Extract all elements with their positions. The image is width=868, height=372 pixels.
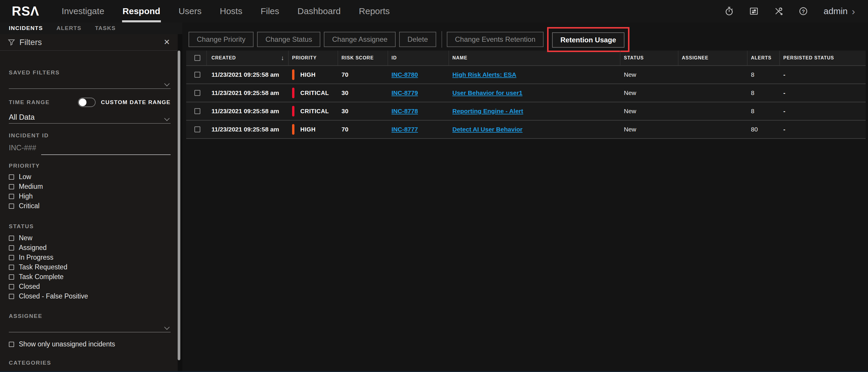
column-label: NAME: [453, 55, 467, 61]
checkbox[interactable]: [9, 294, 14, 299]
checkbox[interactable]: [9, 255, 14, 260]
column-header-id[interactable]: ID: [388, 51, 449, 65]
checkbox[interactable]: [9, 274, 14, 280]
user-menu[interactable]: admin ›: [824, 6, 855, 17]
priority-pill: [292, 88, 294, 98]
checkbox[interactable]: [9, 342, 14, 347]
incident-name-link[interactable]: Detect AI User Behavior: [453, 126, 522, 133]
incident-row[interactable]: 11/23/2021 09:25:58 amCRITICAL30INC-8778…: [186, 102, 866, 121]
column-header-assignee[interactable]: ASSIGNEE: [678, 51, 747, 65]
status-option-in-progress[interactable]: In Progress: [9, 253, 170, 262]
nav-item-hosts[interactable]: Hosts: [219, 0, 243, 22]
nav-item-reports[interactable]: Reports: [358, 0, 390, 22]
tab-tasks[interactable]: TASKS: [95, 25, 116, 31]
select-cell: [186, 121, 207, 138]
column-label: ASSIGNEE: [682, 55, 709, 61]
incident-name-link[interactable]: High Risk Alerts: ESA: [453, 71, 516, 78]
show-only-unassigned-checkbox[interactable]: Show only unassigned incidents: [9, 339, 170, 349]
close-icon[interactable]: ✕: [163, 38, 170, 47]
column-header-alerts[interactable]: ALERTS: [747, 51, 780, 65]
column-header-name[interactable]: NAME: [449, 51, 620, 65]
nav-item-dashboard[interactable]: Dashboard: [297, 0, 341, 22]
assignee-cell: [678, 102, 747, 120]
status-cell: New: [620, 66, 678, 84]
priority-option-high[interactable]: High: [9, 191, 170, 201]
row-checkbox[interactable]: [194, 126, 200, 132]
checkbox[interactable]: [9, 245, 14, 251]
incident-name-link[interactable]: Reporting Engine - Alert: [453, 107, 523, 115]
filters-scrollbar[interactable]: [178, 51, 180, 360]
assignee-select[interactable]: [9, 319, 170, 332]
row-checkbox[interactable]: [194, 108, 200, 114]
status-option-task-complete[interactable]: Task Complete: [9, 272, 170, 282]
preferences-icon[interactable]: [749, 6, 759, 16]
column-header-persisted-status[interactable]: PERSISTED STATUS: [780, 51, 866, 65]
nav-item-investigate[interactable]: Investigate: [61, 0, 105, 22]
chevron-down-icon: [164, 116, 169, 121]
incident-id-link[interactable]: INC-8780: [392, 71, 418, 78]
time-range-select[interactable]: All Data: [9, 111, 170, 124]
time-range-label: TIME RANGE: [9, 99, 50, 105]
priority-section: PRIORITY LowMediumHighCritical: [9, 163, 170, 211]
persisted-status-cell: -: [780, 84, 866, 102]
tab-incidents[interactable]: INCIDENTS: [9, 25, 43, 31]
column-label: RISK SCORE: [341, 55, 374, 61]
priority-option-medium[interactable]: Medium: [9, 182, 170, 191]
status-option-closed-false-positive[interactable]: Closed - False Positive: [9, 291, 170, 301]
checkbox[interactable]: [9, 184, 14, 189]
incident-id-link[interactable]: INC-8778: [392, 107, 418, 115]
checkbox[interactable]: [9, 175, 14, 180]
nav-item-users[interactable]: Users: [178, 0, 202, 22]
id-cell: INC-8778: [388, 102, 449, 120]
row-checkbox[interactable]: [194, 90, 200, 96]
column-header-status[interactable]: STATUS: [620, 51, 678, 65]
tools-icon[interactable]: [774, 6, 783, 16]
priority-cell: CRITICAL: [288, 84, 338, 102]
nav-item-respond[interactable]: Respond: [122, 0, 161, 22]
saved-filters-select[interactable]: [9, 76, 170, 89]
created-cell: 11/23/2021 09:25:58 am: [207, 66, 288, 84]
option-label: Task Complete: [19, 273, 64, 281]
incident-name-link[interactable]: User Behavior for user1: [453, 89, 522, 96]
incident-row[interactable]: 11/23/2021 09:25:58 amHIGH70INC-8780High…: [186, 66, 866, 84]
change-priority-button[interactable]: Change Priority: [189, 32, 253, 47]
status-option-closed[interactable]: Closed: [9, 282, 170, 291]
column-header-risk-score[interactable]: RISK SCORE: [338, 51, 388, 65]
priority-option-low[interactable]: Low: [9, 172, 170, 182]
row-checkbox[interactable]: [194, 72, 200, 78]
help-icon[interactable]: ?: [798, 6, 808, 16]
status-option-new[interactable]: New: [9, 233, 170, 243]
custom-date-range-toggle[interactable]: [78, 98, 96, 107]
alerts-value: 8: [751, 89, 754, 96]
retention-usage-button[interactable]: Retention Usage: [552, 32, 624, 48]
status-option-assigned[interactable]: Assigned: [9, 243, 170, 253]
toolbar-divider: [441, 31, 442, 48]
checkbox[interactable]: [9, 236, 14, 241]
priority-option-critical[interactable]: Critical: [9, 201, 170, 211]
change-status-button[interactable]: Change Status: [257, 32, 320, 47]
incident-id-link[interactable]: INC-8777: [392, 126, 418, 133]
timer-icon[interactable]: [724, 6, 734, 16]
alerts-value: 8: [751, 71, 754, 78]
checkbox[interactable]: [9, 194, 14, 199]
column-header-priority[interactable]: PRIORITY: [288, 51, 338, 65]
incident-id-link[interactable]: INC-8779: [392, 89, 418, 96]
column-header-created[interactable]: CREATED↓: [207, 51, 288, 65]
incident-id-input[interactable]: INC-###: [9, 144, 170, 152]
delete-button[interactable]: Delete: [399, 32, 436, 47]
checkbox[interactable]: [9, 284, 14, 289]
select-all-checkbox[interactable]: [194, 55, 200, 61]
checkbox[interactable]: [9, 204, 14, 209]
incident-row[interactable]: 11/23/2021 09:25:58 amCRITICAL30INC-8779…: [186, 84, 866, 102]
select-cell: [186, 66, 207, 84]
tab-alerts[interactable]: ALERTS: [57, 25, 82, 31]
change-events-retention-button[interactable]: Change Events Retention: [447, 32, 544, 47]
sort-descending-icon[interactable]: ↓: [281, 54, 284, 62]
checkbox[interactable]: [9, 265, 14, 270]
change-assignee-button[interactable]: Change Assignee: [324, 32, 396, 47]
nav-item-files[interactable]: Files: [260, 0, 280, 22]
status-option-task-requested[interactable]: Task Requested: [9, 262, 170, 272]
assignee-label: ASSIGNEE: [9, 313, 170, 319]
option-label: High: [19, 192, 33, 200]
incident-row[interactable]: 11/23/2021 09:25:58 amHIGH70INC-8777Dete…: [186, 121, 866, 139]
